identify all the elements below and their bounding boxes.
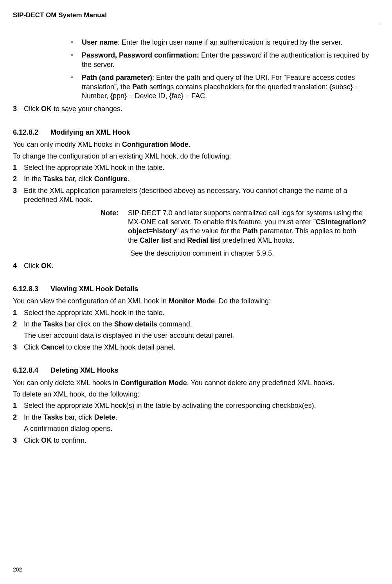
section-title: Modifying an XML Hook <box>50 128 130 136</box>
step-number: 1 <box>13 308 24 317</box>
text: predefined XML hooks. <box>220 236 294 244</box>
step-3-top: 3 Click OK to save your changes. <box>13 105 379 114</box>
text: to confirm. <box>52 436 86 444</box>
text: In the <box>24 175 43 183</box>
section-title: Deleting XML Hooks <box>50 366 119 374</box>
ok-bold: OK <box>41 105 52 113</box>
step-body: Select the appropriate XML hook in the t… <box>24 163 379 172</box>
step-number: 2 <box>13 413 24 422</box>
text: bar, click <box>63 413 94 421</box>
section-title: Viewing XML Hook Details <box>50 285 138 293</box>
text: Click <box>24 436 41 444</box>
note-body: SIP-DECT 7.0 and later supports centrali… <box>128 209 367 245</box>
text: . You cannot delete any predefined XML h… <box>187 379 334 387</box>
paragraph: You can only delete XML hooks in Configu… <box>13 379 379 388</box>
text: In the <box>24 320 43 328</box>
step-body: Click Cancel to close the XML hook detai… <box>24 343 379 352</box>
monitor-mode-bold: Monitor Mode <box>169 297 215 305</box>
tasks-bold: Tasks <box>43 320 63 328</box>
bullet-user-name: User name: Enter the login user name if … <box>71 38 379 47</box>
step-number: 1 <box>13 163 24 172</box>
s1-step-3: 3 Edit the XML application parameters (d… <box>13 186 379 205</box>
step-body: Edit the XML application parameters (des… <box>24 186 379 205</box>
s1-step-4: 4 Click OK. <box>13 261 379 270</box>
step-body: In the Tasks bar, click Configure. <box>24 175 379 184</box>
paragraph: You can only modify XML hooks in Configu… <box>13 140 379 149</box>
step-number: 3 <box>13 186 24 205</box>
text: Click <box>24 262 41 270</box>
step-body: In the Tasks bar click on the Show detai… <box>24 320 379 329</box>
step-number: 4 <box>13 261 24 270</box>
text: . <box>189 141 191 148</box>
tasks-bold: Tasks <box>43 175 63 183</box>
step-number: 3 <box>13 343 24 352</box>
s1-step-1: 1 Select the appropriate XML hook in the… <box>13 163 379 172</box>
section-number: 6.12.8.4 <box>13 366 50 375</box>
step-body: Click OK to confirm. <box>24 436 379 445</box>
s2-step-3: 3 Click Cancel to close the XML hook det… <box>13 343 379 352</box>
header-divider <box>13 23 379 23</box>
step-body: Select the appropriate XML hook in the t… <box>24 308 379 317</box>
step-body: In the Tasks bar, click Delete. <box>24 413 379 422</box>
step-body: Click OK. <box>24 261 379 270</box>
text: " as the value for the <box>176 227 243 235</box>
text: Click <box>24 343 41 351</box>
text: You can view the configuration of an XML… <box>13 297 169 305</box>
paragraph: You can view the configuration of an XML… <box>13 297 379 306</box>
page-header-title: SIP-DECT OM System Manual <box>13 11 379 20</box>
step-number: 2 <box>13 320 24 329</box>
section-number: 6.12.8.3 <box>13 285 50 294</box>
s1-step-2: 2 In the Tasks bar, click Configure. <box>13 175 379 184</box>
redial-list-bold: Redial list <box>187 236 220 244</box>
configure-bold: Configure <box>94 175 128 183</box>
text: bar click on the <box>63 320 114 328</box>
text: . <box>128 175 129 183</box>
s3-step-2: 2 In the Tasks bar, click Delete. <box>13 413 379 422</box>
s3-step-3: 3 Click OK to confirm. <box>13 436 379 445</box>
show-details-bold: Show details <box>114 320 157 328</box>
tasks-bold: Tasks <box>43 413 63 421</box>
sub-line: A confirmation dialog opens. <box>24 424 379 433</box>
step-body: Select the appropriate XML hook(s) in th… <box>24 401 379 410</box>
s3-step-1: 1 Select the appropriate XML hook(s) in … <box>13 401 379 410</box>
text: Click <box>24 105 41 113</box>
path-bold: Path <box>243 227 258 235</box>
text: command. <box>157 320 192 328</box>
text: . <box>115 413 117 421</box>
text: and <box>171 236 187 244</box>
ok-bold: OK <box>41 262 52 270</box>
text: In the <box>24 413 43 421</box>
text: . <box>52 262 54 270</box>
ok-bold: OK <box>41 436 52 444</box>
cancel-bold: Cancel <box>41 343 64 351</box>
step-number: 3 <box>13 105 24 114</box>
bullet-password: Password, Password confirmation: Enter t… <box>71 51 379 69</box>
text: You can only delete XML hooks in <box>13 379 120 387</box>
bullet-label: User name <box>82 38 118 46</box>
step-number: 2 <box>13 175 24 184</box>
bullet-label: Path (and parameter) <box>82 74 152 81</box>
note-block: Note: SIP-DECT 7.0 and later supports ce… <box>101 209 367 245</box>
section-heading-modifying: 6.12.8.2Modifying an XML Hook <box>13 128 379 137</box>
note-label: Note: <box>101 209 119 245</box>
s2-step-2: 2 In the Tasks bar click on the Show det… <box>13 320 379 329</box>
section-number: 6.12.8.2 <box>13 128 50 137</box>
s2-step-1: 1 Select the appropriate XML hook in the… <box>13 308 379 317</box>
text: You can only modify XML hooks in <box>13 141 122 148</box>
note-body-second: See the description comment in chapter 5… <box>130 249 367 258</box>
config-mode-bold: Configuration Mode <box>122 141 189 148</box>
config-mode-bold: Configuration Mode <box>120 379 187 387</box>
bullet-path: Path (and parameter): Enter the path and… <box>71 73 379 101</box>
section-heading-deleting: 6.12.8.4Deleting XML Hooks <box>13 366 379 375</box>
caller-list-bold: Caller list <box>140 236 171 244</box>
delete-bold: Delete <box>94 413 115 421</box>
text: to close the XML hook detail panel. <box>64 343 176 351</box>
sub-line: The user account data is displayed in th… <box>24 331 379 340</box>
bullet-text: : Enter the login user name if an authen… <box>118 38 342 46</box>
text: to save your changes. <box>52 105 122 113</box>
step-number: 3 <box>13 436 24 445</box>
bullet-path-bold: Path <box>132 83 147 91</box>
step-number: 1 <box>13 401 24 410</box>
paragraph: To delete an XML hook, do the following: <box>13 390 379 399</box>
bullet-label: Password, Password confirmation: <box>82 51 199 59</box>
